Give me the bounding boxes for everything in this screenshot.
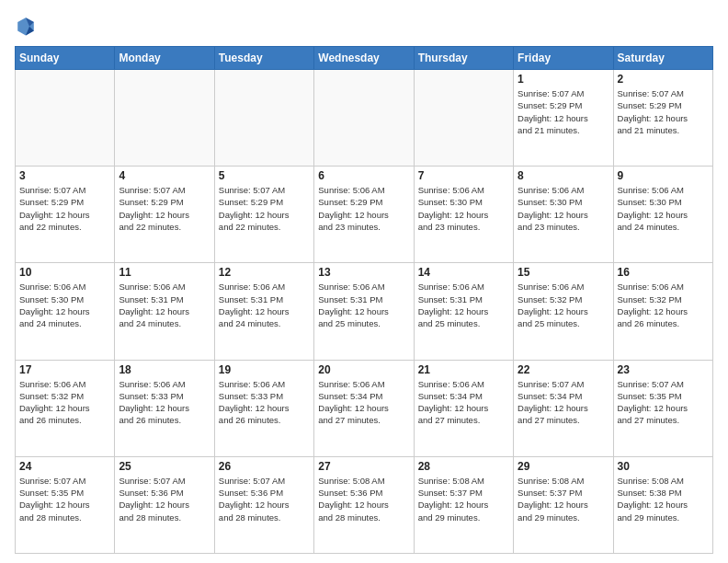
calendar-week-row: 3Sunrise: 5:07 AM Sunset: 5:29 PM Daylig… — [16, 167, 713, 263]
day-number: 12 — [219, 266, 310, 279]
day-info: Sunrise: 5:08 AM Sunset: 5:36 PM Dayligh… — [318, 475, 409, 523]
calendar-week-row: 1Sunrise: 5:07 AM Sunset: 5:29 PM Daylig… — [16, 70, 713, 167]
day-number: 26 — [219, 460, 310, 473]
calendar-header-tuesday: Tuesday — [214, 47, 313, 70]
day-info: Sunrise: 5:07 AM Sunset: 5:29 PM Dayligh… — [219, 184, 310, 233]
calendar-cell: 15Sunrise: 5:06 AM Sunset: 5:32 PM Dayli… — [514, 263, 613, 360]
calendar-cell: 7Sunrise: 5:06 AM Sunset: 5:30 PM Daylig… — [414, 167, 513, 263]
calendar-cell: 17Sunrise: 5:06 AM Sunset: 5:32 PM Dayli… — [16, 360, 115, 456]
day-info: Sunrise: 5:06 AM Sunset: 5:30 PM Dayligh… — [618, 184, 709, 233]
calendar-cell: 2Sunrise: 5:07 AM Sunset: 5:29 PM Daylig… — [613, 70, 712, 167]
calendar-cell: 4Sunrise: 5:07 AM Sunset: 5:29 PM Daylig… — [115, 167, 214, 263]
day-info: Sunrise: 5:06 AM Sunset: 5:33 PM Dayligh… — [219, 378, 310, 427]
calendar-cell: 6Sunrise: 5:06 AM Sunset: 5:29 PM Daylig… — [314, 167, 414, 263]
calendar-cell: 9Sunrise: 5:06 AM Sunset: 5:30 PM Daylig… — [613, 167, 712, 263]
calendar-header-monday: Monday — [115, 47, 214, 70]
calendar-cell: 24Sunrise: 5:07 AM Sunset: 5:35 PM Dayli… — [16, 456, 115, 553]
calendar-cell: 19Sunrise: 5:06 AM Sunset: 5:33 PM Dayli… — [214, 360, 313, 456]
day-number: 16 — [618, 266, 709, 279]
day-number: 7 — [418, 169, 509, 182]
day-info: Sunrise: 5:07 AM Sunset: 5:35 PM Dayligh… — [618, 378, 709, 427]
calendar-cell: 8Sunrise: 5:06 AM Sunset: 5:30 PM Daylig… — [514, 167, 613, 263]
calendar-cell: 11Sunrise: 5:06 AM Sunset: 5:31 PM Dayli… — [115, 263, 214, 360]
calendar-week-row: 17Sunrise: 5:06 AM Sunset: 5:32 PM Dayli… — [16, 360, 713, 456]
calendar-cell: 13Sunrise: 5:06 AM Sunset: 5:31 PM Dayli… — [314, 263, 414, 360]
calendar-cell: 14Sunrise: 5:06 AM Sunset: 5:31 PM Dayli… — [414, 263, 513, 360]
day-number: 1 — [518, 73, 609, 86]
day-number: 13 — [318, 266, 409, 279]
day-number: 4 — [119, 169, 210, 182]
day-number: 28 — [418, 460, 509, 473]
day-info: Sunrise: 5:07 AM Sunset: 5:34 PM Dayligh… — [518, 378, 609, 427]
day-info: Sunrise: 5:06 AM Sunset: 5:30 PM Dayligh… — [418, 184, 509, 233]
day-number: 29 — [518, 460, 609, 473]
calendar-week-row: 10Sunrise: 5:06 AM Sunset: 5:30 PM Dayli… — [16, 263, 713, 360]
calendar-cell: 12Sunrise: 5:06 AM Sunset: 5:31 PM Dayli… — [214, 263, 313, 360]
day-info: Sunrise: 5:06 AM Sunset: 5:31 PM Dayligh… — [318, 281, 409, 329]
day-info: Sunrise: 5:07 AM Sunset: 5:36 PM Dayligh… — [219, 475, 310, 523]
calendar-cell: 25Sunrise: 5:07 AM Sunset: 5:36 PM Dayli… — [115, 456, 214, 553]
calendar-cell: 30Sunrise: 5:08 AM Sunset: 5:38 PM Dayli… — [613, 456, 712, 553]
calendar-header-row: SundayMondayTuesdayWednesdayThursdayFrid… — [16, 47, 713, 70]
day-number: 19 — [219, 363, 310, 376]
day-info: Sunrise: 5:08 AM Sunset: 5:38 PM Dayligh… — [618, 475, 709, 523]
calendar-cell: 5Sunrise: 5:07 AM Sunset: 5:29 PM Daylig… — [214, 167, 313, 263]
day-info: Sunrise: 5:07 AM Sunset: 5:29 PM Dayligh… — [518, 87, 609, 136]
day-number: 15 — [518, 266, 609, 279]
calendar-header-thursday: Thursday — [414, 47, 513, 70]
calendar-header-friday: Friday — [514, 47, 613, 70]
day-info: Sunrise: 5:06 AM Sunset: 5:32 PM Dayligh… — [19, 378, 110, 427]
day-info: Sunrise: 5:06 AM Sunset: 5:29 PM Dayligh… — [318, 184, 409, 233]
calendar-cell: 26Sunrise: 5:07 AM Sunset: 5:36 PM Dayli… — [214, 456, 313, 553]
svg-marker-0 — [17, 17, 34, 35]
calendar-cell: 22Sunrise: 5:07 AM Sunset: 5:34 PM Dayli… — [514, 360, 613, 456]
day-number: 3 — [19, 169, 110, 182]
day-number: 6 — [318, 169, 409, 182]
logo-icon — [15, 15, 37, 37]
calendar-header-saturday: Saturday — [613, 47, 712, 70]
day-info: Sunrise: 5:06 AM Sunset: 5:31 PM Dayligh… — [119, 281, 210, 329]
day-number: 17 — [19, 363, 110, 376]
day-info: Sunrise: 5:06 AM Sunset: 5:34 PM Dayligh… — [418, 378, 509, 427]
day-info: Sunrise: 5:07 AM Sunset: 5:35 PM Dayligh… — [19, 475, 110, 523]
day-info: Sunrise: 5:07 AM Sunset: 5:29 PM Dayligh… — [19, 184, 110, 233]
day-number: 20 — [318, 363, 409, 376]
day-info: Sunrise: 5:07 AM Sunset: 5:29 PM Dayligh… — [119, 184, 210, 233]
day-number: 21 — [418, 363, 509, 376]
day-number: 24 — [19, 460, 110, 473]
day-info: Sunrise: 5:06 AM Sunset: 5:31 PM Dayligh… — [219, 281, 310, 329]
calendar-cell: 16Sunrise: 5:06 AM Sunset: 5:32 PM Dayli… — [613, 263, 712, 360]
header — [15, 15, 713, 37]
calendar-cell: 29Sunrise: 5:08 AM Sunset: 5:37 PM Dayli… — [514, 456, 613, 553]
day-info: Sunrise: 5:06 AM Sunset: 5:34 PM Dayligh… — [318, 378, 409, 427]
day-number: 22 — [518, 363, 609, 376]
calendar-cell — [214, 70, 313, 167]
day-info: Sunrise: 5:06 AM Sunset: 5:32 PM Dayligh… — [618, 281, 709, 329]
day-info: Sunrise: 5:06 AM Sunset: 5:32 PM Dayligh… — [518, 281, 609, 329]
page: SundayMondayTuesdayWednesdayThursdayFrid… — [0, 0, 728, 563]
day-number: 11 — [119, 266, 210, 279]
day-info: Sunrise: 5:06 AM Sunset: 5:33 PM Dayligh… — [119, 378, 210, 427]
calendar-cell — [16, 70, 115, 167]
calendar-cell: 23Sunrise: 5:07 AM Sunset: 5:35 PM Dayli… — [613, 360, 712, 456]
day-info: Sunrise: 5:06 AM Sunset: 5:31 PM Dayligh… — [418, 281, 509, 329]
calendar-cell — [314, 70, 414, 167]
calendar-cell: 18Sunrise: 5:06 AM Sunset: 5:33 PM Dayli… — [115, 360, 214, 456]
calendar-cell: 28Sunrise: 5:08 AM Sunset: 5:37 PM Dayli… — [414, 456, 513, 553]
day-number: 10 — [19, 266, 110, 279]
logo — [15, 15, 40, 37]
day-info: Sunrise: 5:06 AM Sunset: 5:30 PM Dayligh… — [518, 184, 609, 233]
day-number: 30 — [618, 460, 709, 473]
calendar-header-sunday: Sunday — [16, 47, 115, 70]
calendar-cell — [115, 70, 214, 167]
calendar-cell: 21Sunrise: 5:06 AM Sunset: 5:34 PM Dayli… — [414, 360, 513, 456]
calendar-cell: 27Sunrise: 5:08 AM Sunset: 5:36 PM Dayli… — [314, 456, 414, 553]
calendar-cell: 3Sunrise: 5:07 AM Sunset: 5:29 PM Daylig… — [16, 167, 115, 263]
calendar-cell — [414, 70, 513, 167]
calendar-header-wednesday: Wednesday — [314, 47, 414, 70]
day-info: Sunrise: 5:08 AM Sunset: 5:37 PM Dayligh… — [418, 475, 509, 523]
day-number: 9 — [618, 169, 709, 182]
day-info: Sunrise: 5:07 AM Sunset: 5:36 PM Dayligh… — [119, 475, 210, 523]
day-info: Sunrise: 5:06 AM Sunset: 5:30 PM Dayligh… — [19, 281, 110, 329]
calendar-cell: 20Sunrise: 5:06 AM Sunset: 5:34 PM Dayli… — [314, 360, 414, 456]
